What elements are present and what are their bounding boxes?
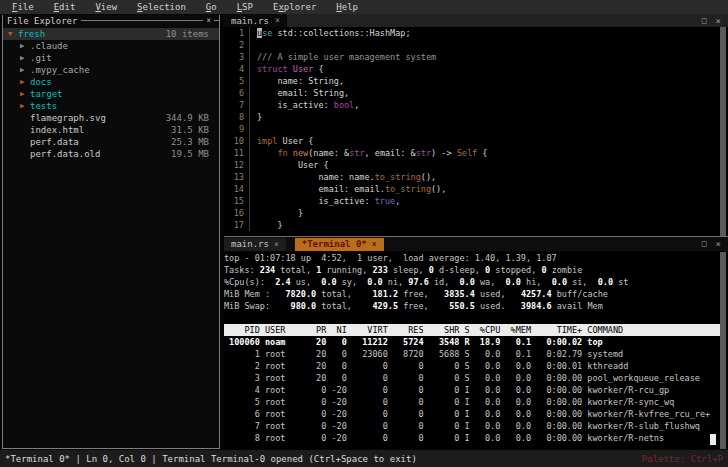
terminal-text: si, — [567, 277, 598, 287]
close-icon[interactable]: × — [716, 16, 721, 26]
file-tree: ▼fresh10 items▶.claude▶.git▶.mypy_cache▶… — [3, 28, 219, 160]
code-token: name: String, — [257, 76, 344, 86]
menu-item-explorer[interactable]: Explorer — [263, 2, 326, 12]
process-row: 2 root 20 0 0 0 0 S 0.0 0.0 0:00.01 kthr… — [224, 360, 720, 372]
tree-item-git[interactable]: ▶.git — [3, 52, 219, 64]
tree-item-claude[interactable]: ▶.claude — [3, 40, 219, 52]
terminal-text: 3835.4 — [444, 289, 475, 299]
tree-item-count: 10 items — [166, 29, 209, 39]
code-token: (), — [421, 172, 436, 182]
menu-item-text: dit — [59, 2, 75, 12]
code-line: 6 email: String, — [224, 87, 720, 99]
code-token: struct — [257, 64, 288, 74]
terminal-text: stopped, — [490, 265, 541, 275]
file-explorer-header: File Explorer × — [3, 15, 219, 26]
code-text: impl User { — [249, 135, 313, 147]
line-number: 3 — [224, 51, 249, 63]
code-line: 17 } — [224, 219, 720, 231]
code-token: email: email. — [257, 184, 385, 194]
menu-item-text: plorer — [284, 2, 317, 12]
code-line: 10impl User { — [224, 135, 720, 147]
tree-item-tests[interactable]: ▶tests — [3, 100, 219, 112]
editor-window-buttons: □ × — [702, 16, 728, 26]
maximize-icon[interactable]: □ — [702, 16, 707, 26]
expand-arrow-icon[interactable]: ▶ — [20, 66, 30, 74]
process-row: 7 root 0 -20 0 0 0 I 0.0 0.0 0:00.00 kwo… — [224, 420, 720, 432]
menu-item-selection[interactable]: Selection — [127, 2, 196, 12]
menu-item-lsp[interactable]: LSP — [227, 2, 263, 12]
menu-item-text: SP — [242, 2, 253, 12]
tree-item-docs[interactable]: ▶docs — [3, 76, 219, 88]
tab-main-rs[interactable]: main.rs× — [224, 238, 286, 251]
tree-item-target[interactable]: ▶target — [3, 88, 219, 100]
file-explorer-title: File Explorer — [3, 16, 77, 26]
tree-item-label: docs — [30, 77, 52, 87]
line-number: 5 — [224, 75, 249, 87]
expand-arrow-icon[interactable]: ▶ — [20, 78, 30, 86]
code-text: struct User { — [249, 63, 324, 75]
terminal-line: top - 01:07:18 up 4:52, 1 user, load ave… — [224, 252, 720, 264]
terminal-text: MiB Mem : — [224, 289, 285, 299]
tree-item-perf-data[interactable]: perf.data25.3 MB — [3, 136, 219, 148]
menu-item-view[interactable]: View — [85, 2, 127, 12]
menu-item-help[interactable]: Help — [326, 2, 368, 12]
tree-item-index-html[interactable]: index.html31.5 KB — [3, 124, 219, 136]
tab-terminal-0[interactable]: *Terminal 0*× — [295, 238, 384, 251]
code-area[interactable]: 1use std::collections::HashMap;23/// A s… — [224, 27, 720, 236]
menu-item-file[interactable]: File — [2, 2, 44, 12]
menu-item-go[interactable]: Go — [196, 2, 227, 12]
process-row: 6 root 0 -20 0 0 0 I 0.0 0.0 0:00.00 kwo… — [224, 408, 720, 420]
tab-main-rs[interactable]: main.rs × — [224, 14, 287, 27]
code-line: 14 email: email.to_string(), — [224, 183, 720, 195]
expand-arrow-icon[interactable]: ▶ — [20, 42, 30, 50]
process-row: 8 root 0 -20 0 0 0 I 0.0 0.0 0:00.00 kwo… — [224, 432, 720, 444]
line-number: 6 — [224, 87, 249, 99]
code-token: (name: & — [308, 148, 349, 158]
tree-item-label: perf.data — [30, 137, 79, 147]
terminal-window-buttons: □ × — [702, 239, 728, 249]
terminal-scrollbar-thumb[interactable] — [720, 252, 726, 449]
terminal-scrollbar[interactable] — [720, 252, 726, 449]
code-line: 13 name: name.to_string(), — [224, 171, 720, 183]
code-token: str — [416, 148, 431, 158]
tree-item-label: perf.data.old — [30, 149, 100, 159]
terminal-text: used. — [475, 301, 521, 311]
code-text: is_active: true, — [249, 195, 400, 207]
code-token — [257, 148, 277, 158]
expand-arrow-icon[interactable]: ▶ — [20, 54, 30, 62]
terminal-output[interactable]: top - 01:07:18 up 4:52, 1 user, load ave… — [224, 252, 720, 449]
maximize-icon[interactable]: □ — [702, 239, 707, 249]
tree-item-fresh[interactable]: ▼fresh10 items — [3, 28, 219, 40]
terminal-text: 234 — [260, 265, 275, 275]
tab-close-icon[interactable]: × — [275, 16, 280, 25]
terminal-line: %Cpu(s): 2.4 us, 0.0 sy, 0.0 ni, 97.6 id… — [224, 276, 720, 288]
expand-arrow-icon[interactable]: ▶ — [20, 90, 30, 98]
code-line: 12 User { — [224, 159, 720, 171]
code-text: User { — [249, 159, 329, 171]
tree-item-mypy-cache[interactable]: ▶.mypy_cache — [3, 64, 219, 76]
expand-arrow-icon[interactable]: ▶ — [20, 102, 30, 110]
tree-item-label: flamegraph.svg — [30, 113, 106, 123]
terminal-text: total, — [275, 265, 316, 275]
tree-item-flamegraph-svg[interactable]: flamegraph.svg344.9 KB — [3, 112, 219, 124]
code-text: is_active: bool, — [249, 99, 359, 111]
close-icon[interactable]: × — [716, 239, 721, 249]
editor-scrollbar[interactable] — [720, 27, 726, 236]
expand-arrow-icon[interactable]: ▼ — [8, 30, 18, 38]
code-line: 5 name: String, — [224, 75, 720, 87]
code-token: is_active: — [257, 100, 334, 110]
tab-close-icon[interactable]: × — [274, 240, 279, 249]
menu-item-edit[interactable]: Edit — [44, 2, 86, 12]
tree-item-size: 25.3 MB — [171, 137, 209, 147]
tab-close-icon[interactable]: × — [372, 240, 377, 249]
editor-scrollbar-thumb[interactable] — [720, 27, 726, 236]
line-number: 7 — [224, 99, 249, 111]
terminal-text: total, — [316, 301, 372, 311]
menu-item-text: elp — [342, 2, 358, 12]
terminal-text: id, — [429, 277, 460, 287]
terminal-text: buff/cache — [552, 289, 608, 299]
terminal-text: st — [613, 277, 628, 287]
code-text: } — [249, 219, 283, 231]
tree-item-perf-data-old[interactable]: perf.data.old19.5 MB — [3, 148, 219, 160]
explorer-close-icon[interactable]: × — [203, 16, 214, 25]
